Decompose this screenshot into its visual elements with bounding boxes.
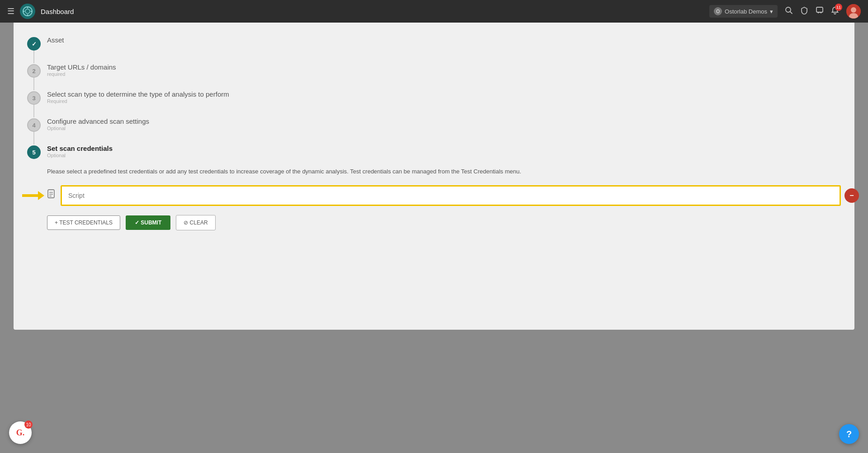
step-2-sublabel: required [47,71,841,77]
form-card: ✓ Asset 2 Target URLs / domains required… [14,23,854,330]
arrow-body [22,194,38,197]
step-1-number: ✓ [27,37,41,51]
org-name: Ostorlab Demos [725,8,767,15]
help-button[interactable]: ? [839,424,859,444]
step-2-label: Target URLs / domains [47,63,841,71]
remove-credential-button[interactable]: − [844,188,859,203]
search-icon-btn[interactable] [785,6,793,16]
chat-icon-btn[interactable] [816,6,824,16]
step-3: 3 Select scan type to determine the type… [27,90,841,105]
svg-point-3 [27,14,28,16]
svg-rect-8 [816,7,823,12]
step-5: 5 Set scan credentials Optional [27,145,841,159]
svg-point-10 [851,7,856,13]
step-3-connector [33,105,34,117]
grammarly-badge: 10 [24,420,33,429]
main-content: ✓ Asset 2 Target URLs / domains required… [0,23,868,453]
step-5-text: Set scan credentials Optional [47,145,841,158]
svg-rect-12 [48,190,54,198]
step-5-label: Set scan credentials [47,145,841,152]
step-1: ✓ Asset [27,36,841,51]
step-2-number: 2 [27,64,41,78]
step-3-label: Select scan type to determine the type o… [47,90,841,98]
clear-button[interactable]: ⊘ CLEAR [176,215,215,230]
step-4-label: Configure advanced scan settings [47,117,841,125]
header: ☰ Dashboard O Ostorlab Demos ▾ [0,0,868,23]
hamburger-icon[interactable]: ☰ [7,6,14,16]
step-4-connector [33,132,34,145]
step-4: 4 Configure advanced scan settings Optio… [27,117,841,132]
org-icon: O [714,7,722,15]
add-credentials-button[interactable]: + TEST CREDENTIALS [47,215,120,230]
step-2-connector [33,78,34,90]
step-3-text: Select scan type to determine the type o… [47,90,841,104]
notification-bell-btn[interactable]: 11 [831,6,839,16]
svg-line-7 [790,12,793,14]
section5-content: Please select a predefined test credenti… [47,167,841,230]
grammarly-widget[interactable]: G. 10 [9,421,32,444]
app-logo [20,4,35,19]
buttons-row: + TEST CREDENTIALS ✓ SUBMIT ⊘ CLEAR [47,215,841,230]
header-left: ☰ Dashboard [7,4,74,19]
arrow-head [38,191,44,200]
page-title: Dashboard [41,8,74,15]
org-selector[interactable]: O Ostorlab Demos ▾ [709,5,778,18]
step-4-number: 4 [27,118,41,132]
script-input-wrapper [61,185,841,206]
step-5-sublabel: Optional [47,153,841,158]
script-input[interactable] [62,187,840,205]
step-4-sublabel: Optional [47,126,841,131]
step-5-number: 5 [27,145,41,159]
grammarly-label: G. [16,428,25,438]
svg-point-5 [31,11,32,12]
header-right: O Ostorlab Demos ▾ 11 [709,4,861,19]
step-1-label: Asset [47,36,841,44]
notification-badge: 11 [835,4,842,11]
step-4-text: Configure advanced scan settings Optiona… [47,117,841,131]
user-avatar[interactable] [846,4,861,19]
step-2-text: Target URLs / domains required [47,63,841,77]
step-1-connector [33,51,34,63]
arrow-indicator [22,191,44,200]
svg-point-1 [25,9,30,14]
step-3-sublabel: Required [47,98,841,104]
section5-description: Please select a predefined test credenti… [47,167,841,176]
org-chevron: ▾ [770,8,773,15]
shield-icon-btn[interactable] [800,6,808,16]
svg-point-4 [24,11,25,12]
submit-button[interactable]: ✓ SUBMIT [126,215,170,230]
step-2: 2 Target URLs / domains required [27,63,841,78]
step-1-text: Asset [47,36,841,44]
svg-point-2 [27,7,28,9]
credential-row: − [47,185,841,206]
credential-doc-icon [47,189,56,201]
step-3-number: 3 [27,91,41,105]
